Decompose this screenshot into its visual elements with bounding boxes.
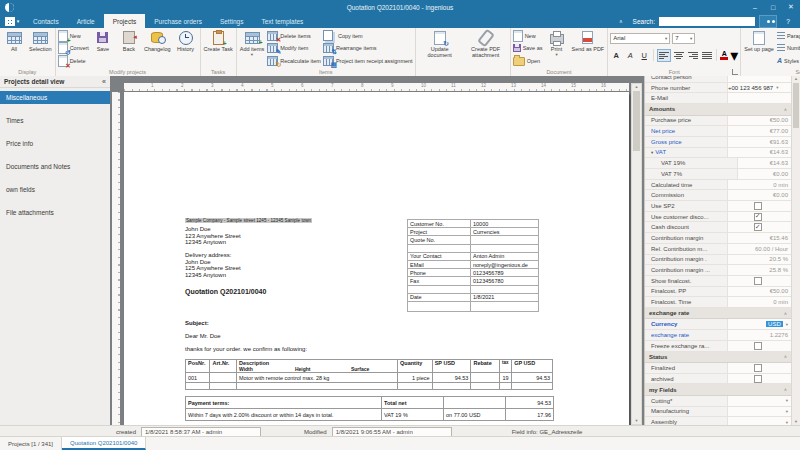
ribbon-button-copy-item[interactable]: Copy item — [323, 31, 413, 42]
checkbox-archived[interactable] — [754, 375, 762, 383]
document-vertical-scrollbar[interactable]: ▲ ▼ — [631, 83, 642, 425]
panel-vertical-scrollbar[interactable]: ▲ ▼ — [791, 76, 800, 425]
tab-contacts[interactable]: Contacts — [24, 14, 68, 28]
checkbox-use-customer-disco[interactable] — [754, 213, 762, 221]
maximize-button[interactable]: □ — [764, 0, 782, 14]
panel-value-contribution-margin[interactable]: 20.5 % — [727, 255, 791, 265]
panel-value-finalcost-time[interactable]: 0 min — [727, 297, 791, 307]
sidebar-item-file-attachments[interactable]: File attachments — [0, 206, 110, 219]
ribbon-button-print[interactable]: Print▾ — [545, 29, 569, 68]
panel-value-manufacturing[interactable]: ▾ — [727, 407, 791, 417]
document-page[interactable]: Sample Company - Sample street 1245 - 12… — [124, 92, 629, 425]
checkbox-cash-discount[interactable] — [754, 223, 762, 231]
collapse-icon[interactable]: ▾ — [651, 150, 653, 155]
font-dialog-launcher[interactable] — [732, 69, 738, 75]
sidebar-item-own-fields[interactable]: own fields — [0, 183, 110, 196]
ribbon-button-new[interactable]: New — [513, 31, 543, 42]
ribbon-button-create-task[interactable]: Create Task — [203, 29, 234, 68]
panel-value-commission[interactable]: €0.00 — [727, 190, 791, 200]
panel-value-vat-7[interactable]: €0.00 — [737, 169, 791, 179]
ribbon-button-modify-item[interactable]: Modify item — [267, 43, 321, 54]
panel-value-vat-19[interactable]: €14.63 — [737, 158, 791, 168]
checkbox-finalized[interactable] — [754, 364, 762, 372]
bold-button[interactable]: A — [610, 50, 622, 61]
align-justify-button[interactable] — [701, 50, 713, 61]
sidebar-collapse-button[interactable]: « — [102, 78, 106, 85]
align-right-button[interactable] — [687, 50, 699, 61]
panel-value-assembly[interactable]: ▾ — [727, 417, 791, 425]
file-menu-button[interactable]: ▾ — [0, 14, 24, 28]
checkbox-freeze-exchange-ra[interactable] — [754, 342, 762, 350]
panel-value-vat[interactable]: €14.63 — [727, 148, 791, 158]
panel-value-cash-discount[interactable] — [727, 222, 791, 232]
scroll-up-icon[interactable]: ▲ — [635, 84, 639, 90]
scrollbar-thumb[interactable] — [793, 83, 799, 128]
ribbon-button-save[interactable]: Save — [91, 29, 115, 68]
font-color-button[interactable]: A — [720, 51, 728, 60]
ribbon-button-all[interactable]: All — [2, 29, 26, 68]
panel-value-currency[interactable]: USD▾ — [727, 319, 791, 329]
help-button[interactable]: ? — [781, 18, 795, 25]
minimize-button[interactable]: – — [746, 0, 764, 14]
sidebar-item-documents-and-notes[interactable]: Documents and Notes — [0, 160, 110, 173]
panel-value-purchase-price[interactable]: €50.00 — [727, 116, 791, 126]
panel-value-contact-person[interactable] — [727, 76, 791, 82]
ribbon-button-add-items[interactable]: Add items▾ — [239, 29, 265, 68]
ribbon-button-project-item-receipt-assignment[interactable]: Project item receipt assignment — [323, 55, 413, 66]
font-family-select[interactable]: Arial▾ — [610, 33, 670, 44]
search-input[interactable] — [659, 17, 755, 26]
panel-value-cutting[interactable]: ▾ — [727, 396, 791, 406]
ribbon-button-paragraph[interactable]: Paragraph — [777, 31, 800, 42]
ribbon-button-save-as[interactable]: Save as — [513, 43, 543, 54]
ribbon-button-changelog[interactable]: Changelog — [143, 29, 172, 68]
scroll-down-icon[interactable]: ▼ — [635, 418, 639, 424]
panel-value-freeze-exchange-ra[interactable] — [727, 341, 791, 351]
bottom-tab-projects-1-341[interactable]: Projects [1 / 341] — [0, 437, 62, 450]
panel-value-calculated-time[interactable]: 0 min — [727, 180, 791, 190]
ribbon-button-create-pdf-attachment[interactable]: Create PDF attachment — [464, 29, 508, 68]
checkbox-use-sp2[interactable] — [754, 202, 762, 210]
panel-section-exchange-rate[interactable]: exchange rate — [645, 308, 791, 320]
panel-value-gross-price[interactable]: €91.63 — [727, 137, 791, 147]
sidebar-item-miscellaneous[interactable]: Miscellaneous — [0, 91, 110, 104]
tab-purchase-orders[interactable]: Purchase orders — [145, 14, 211, 28]
search-button[interactable] — [759, 15, 777, 28]
panel-value-use-customer-disco[interactable] — [727, 212, 791, 222]
panel-value-finalized[interactable] — [727, 363, 791, 373]
close-button[interactable]: ✕ — [782, 0, 800, 14]
ribbon-button-history[interactable]: History — [174, 29, 198, 68]
tab-text-templates[interactable]: Text templates — [252, 14, 312, 28]
checkbox-show-finalcost[interactable] — [754, 277, 762, 285]
ribbon-button-rearrange-items[interactable]: Rearrange items — [323, 43, 413, 54]
panel-value-net-price[interactable]: €77.00 — [727, 126, 791, 136]
panel-value-show-finalcost[interactable] — [727, 276, 791, 286]
ribbon-button-styles[interactable]: A Styles — [777, 55, 800, 66]
tab-settings[interactable]: Settings — [211, 14, 253, 28]
collapse-ribbon-button[interactable]: ∧ — [619, 18, 623, 24]
ribbon-button-convert[interactable]: Convert — [58, 43, 89, 54]
panel-section-amounts[interactable]: Amounts — [645, 104, 791, 116]
panel-value-exchange-rate[interactable]: 1.2276 — [727, 330, 791, 340]
align-left-button[interactable] — [657, 49, 671, 62]
panel-section-my-fields[interactable]: my Fields — [645, 384, 791, 396]
font-size-select[interactable]: 7▾ — [672, 33, 695, 44]
panel-value-contribution-margin[interactable]: 25.8 % — [727, 265, 791, 275]
panel-section-status[interactable]: Status — [645, 352, 791, 364]
italic-button[interactable]: A — [624, 50, 636, 61]
panel-value-contribution-margin[interactable]: €15.46 — [727, 233, 791, 243]
tab-article[interactable]: Article — [68, 14, 104, 28]
panel-value-archived[interactable] — [727, 374, 791, 384]
panel-value-e-mail[interactable] — [727, 93, 791, 103]
ribbon-button-numbering[interactable]: Numbering — [777, 43, 800, 54]
ribbon-button-delete-items[interactable]: Delete items — [267, 31, 321, 42]
panel-value-finalcost-pp[interactable]: €50.00 — [727, 287, 791, 297]
align-center-button[interactable] — [673, 50, 685, 61]
ribbon-button-open[interactable]: Open — [513, 55, 543, 66]
scroll-up-icon[interactable]: ▲ — [794, 76, 798, 82]
ribbon-button-back[interactable]: Back — [117, 29, 141, 68]
panel-value-use-sp2[interactable] — [727, 201, 791, 211]
ribbon-button-delete[interactable]: Delete — [58, 55, 89, 66]
panel-value-rel-contribution-m[interactable]: 60.00 / Hour — [727, 244, 791, 254]
ribbon-button-new[interactable]: New — [58, 31, 89, 42]
ribbon-button-update-document[interactable]: Update document — [418, 29, 462, 68]
